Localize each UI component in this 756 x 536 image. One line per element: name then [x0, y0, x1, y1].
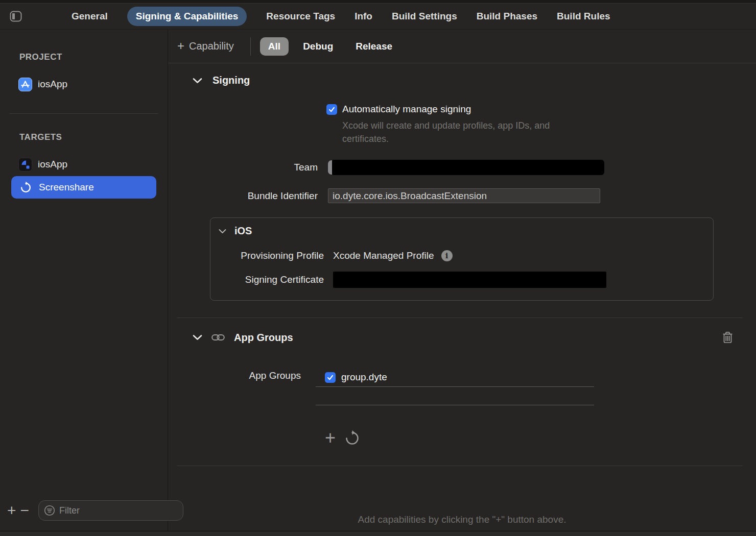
refresh-app-groups-button[interactable]	[344, 430, 361, 447]
tab-signing-capabilities[interactable]: Signing & Capabilities	[127, 7, 247, 26]
segment-release[interactable]: Release	[347, 37, 400, 56]
tab-general[interactable]: General	[72, 7, 108, 26]
app-group-label: group.dyte	[341, 372, 387, 383]
toolbar-separator	[250, 37, 251, 56]
sidebar-item-label: iosApp	[38, 79, 67, 90]
filter-input[interactable]	[59, 505, 178, 516]
add-capability-label: Capability	[189, 40, 234, 52]
add-capabilities-hint: Add capabilities by clicking the "+" but…	[168, 514, 756, 525]
sidebar-item-label: iosApp	[38, 159, 67, 170]
add-target-button[interactable]: +	[7, 501, 16, 520]
filter-icon	[44, 505, 55, 516]
sidebar-item-project-iosapp[interactable]: iosApp	[18, 76, 168, 93]
tab-resource-tags[interactable]: Resource Tags	[266, 7, 335, 26]
provisioning-profile-label: Provisioning Profile	[210, 250, 333, 261]
sidebar-item-target-screenshare[interactable]: Screenshare	[11, 176, 156, 199]
project-sidebar: PROJECT iosApp TARGETS	[0, 30, 168, 531]
app-groups-link-icon	[211, 333, 225, 342]
auto-manage-signing-checkbox[interactable]	[326, 104, 337, 115]
target-app-icon	[18, 158, 32, 172]
team-label: Team	[168, 162, 328, 173]
capability-toolbar: + Capability All Debug Release	[168, 30, 756, 63]
signing-section-title: Signing	[212, 75, 250, 86]
bundle-identifier-input[interactable]	[328, 188, 600, 203]
sidebar-item-target-iosapp[interactable]: iosApp	[18, 156, 168, 173]
signing-certificate-label: Signing Certificate	[210, 274, 333, 285]
team-popup-redacted[interactable]	[328, 160, 604, 175]
auto-manage-signing-row: Automatically manage signing	[326, 104, 756, 115]
add-app-group-button[interactable]: +	[325, 429, 336, 447]
plus-icon: +	[177, 40, 184, 52]
app-groups-list: group.dyte	[316, 368, 594, 405]
appstore-app-icon	[18, 78, 32, 91]
auto-manage-signing-note: Xcode will create and update profiles, a…	[342, 119, 598, 145]
app-groups-row-label: App Groups	[168, 368, 316, 405]
redaction-bar	[332, 160, 604, 175]
signing-capabilities-pane: + Capability All Debug Release Signing	[168, 30, 756, 531]
add-capability-button[interactable]: + Capability	[177, 40, 234, 53]
app-groups-section: App Groups App	[168, 331, 756, 525]
chevron-down-icon[interactable]	[193, 78, 202, 84]
chevron-down-icon[interactable]	[193, 334, 202, 340]
sidebar-spacer	[0, 199, 168, 500]
app-group-item[interactable]: group.dyte	[316, 368, 594, 387]
trash-icon[interactable]	[722, 331, 733, 344]
chevron-down-icon[interactable]	[219, 229, 226, 234]
segment-debug[interactable]: Debug	[295, 37, 341, 56]
ios-box-title: iOS	[234, 225, 252, 237]
filter-field[interactable]	[38, 500, 183, 521]
app-group-empty-row	[316, 387, 594, 405]
tab-info[interactable]: Info	[355, 7, 372, 26]
info-icon[interactable]: i	[441, 250, 453, 261]
bundle-identifier-label: Bundle Identifier	[168, 190, 328, 202]
segment-all[interactable]: All	[260, 37, 289, 56]
tab-build-settings[interactable]: Build Settings	[392, 7, 457, 26]
window-titlebar-strip	[0, 0, 756, 4]
sidebar-toggle-icon[interactable]	[9, 10, 22, 23]
ios-signing-box: iOS Provisioning Profile Xcode Managed P…	[210, 217, 714, 301]
provisioning-profile-value-row: Xcode Managed Profile i	[333, 250, 713, 261]
broadcast-extension-icon	[19, 181, 32, 194]
tab-build-rules[interactable]: Build Rules	[557, 7, 610, 26]
signing-section: Signing Automatically manage signing Xco…	[168, 63, 756, 318]
capabilities-content: Signing Automatically manage signing Xco…	[168, 63, 756, 531]
sidebar-divider	[9, 113, 158, 114]
sidebar-bottom-bar: + −	[0, 500, 168, 531]
signing-certificate-redacted	[333, 272, 606, 288]
targets-heading: TARGETS	[19, 132, 168, 142]
app-group-checkbox[interactable]	[325, 372, 336, 383]
window-bottom-strip	[0, 531, 756, 536]
editor-tab-bar: General Signing & Capabilities Resource …	[0, 4, 756, 30]
remove-target-button[interactable]: −	[20, 501, 30, 520]
auto-manage-signing-label: Automatically manage signing	[342, 104, 471, 115]
section-divider	[177, 318, 743, 318]
tab-build-phases[interactable]: Build Phases	[477, 7, 537, 26]
sidebar-item-label: Screenshare	[39, 182, 94, 193]
app-groups-section-title: App Groups	[234, 332, 293, 344]
project-heading: PROJECT	[19, 52, 168, 62]
section-divider	[177, 466, 743, 466]
provisioning-profile-value: Xcode Managed Profile	[333, 250, 434, 261]
editor-tabs: General Signing & Capabilities Resource …	[72, 7, 610, 26]
